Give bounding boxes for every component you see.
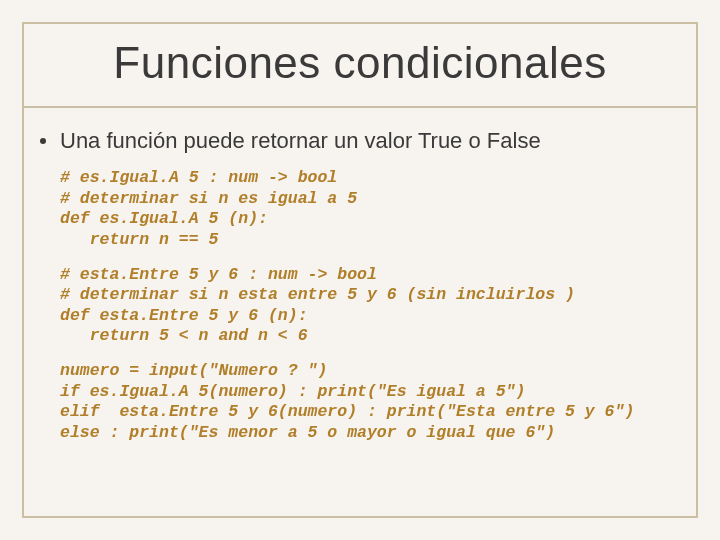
- slide-frame: Funciones condicionales Una función pued…: [22, 22, 698, 518]
- code-block-2: # esta.Entre 5 y 6 : num -> bool # deter…: [60, 265, 682, 348]
- bullet-item: Una función puede retornar un valor True…: [38, 128, 682, 154]
- slide: Funciones condicionales Una función pued…: [0, 0, 720, 540]
- code-block-1: # es.Igual.A 5 : num -> bool # determina…: [60, 168, 682, 251]
- bullet-text: Una función puede retornar un valor True…: [60, 128, 541, 154]
- code-block-3: numero = input("Numero ? ") if es.Igual.…: [60, 361, 682, 444]
- slide-title: Funciones condicionales: [24, 38, 696, 88]
- slide-body: Una función puede retornar un valor True…: [24, 128, 696, 444]
- bullet-dot-icon: [40, 138, 46, 144]
- divider: [24, 106, 696, 108]
